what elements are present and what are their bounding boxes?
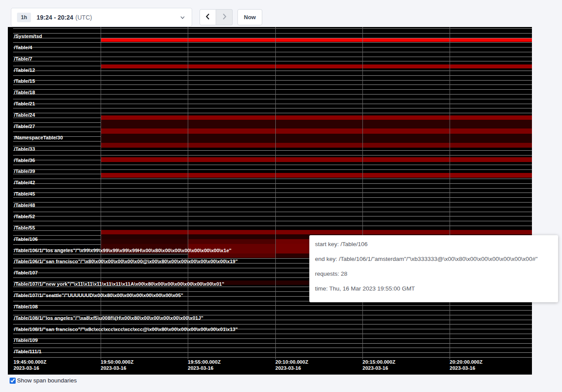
row-label: /Table/108/1/"los angeles"/"\xa8\xf5\u00…	[14, 315, 203, 321]
row-label: /Table/12	[14, 68, 35, 73]
span-boundary-line	[13, 150, 532, 151]
span-boundary-line	[13, 357, 532, 358]
x-axis-label: 19:55:00.000Z2023-03-16	[188, 359, 220, 371]
span-boundary-line	[13, 42, 532, 43]
row-label: /Table/48	[14, 203, 35, 208]
next-time-button[interactable]	[216, 9, 233, 25]
span-boundary-line	[13, 343, 532, 344]
span-boundary-line	[13, 80, 532, 81]
span-boundary-line	[13, 71, 532, 71]
footer: Show span boundaries	[10, 377, 77, 384]
heat-band	[101, 157, 532, 162]
span-boundary-line	[13, 47, 532, 47]
span-boundary-line	[13, 183, 532, 184]
span-boundary-line	[13, 338, 532, 339]
span-boundary-line	[13, 207, 532, 207]
row-label: /Table/107	[14, 270, 38, 276]
chevron-right-icon	[221, 13, 228, 22]
heat-band	[101, 115, 532, 120]
x-axis-label: 20:20:00.000Z2023-03-16	[450, 359, 482, 371]
row-label: /Table/21	[14, 101, 35, 107]
row-label: /Table/7	[14, 56, 32, 62]
grid-line	[101, 27, 101, 359]
span-boundary-line	[13, 221, 532, 221]
grid-line	[188, 27, 188, 359]
key-visualizer-canvas[interactable]: 19:45:00.000Z2023-03-1619:50:00.000Z2023…	[8, 27, 532, 375]
heat-band	[188, 253, 275, 258]
heat-band	[101, 134, 532, 143]
span-boundary-line	[13, 212, 532, 212]
heat-band	[101, 143, 532, 148]
span-boundary-line	[13, 197, 532, 198]
row-label: /Table/24	[14, 112, 35, 118]
row-label: /System/tsd	[14, 34, 42, 39]
span-boundary-line	[13, 52, 532, 52]
span-tooltip: start key: /Table/106 end key: /Table/10…	[309, 235, 558, 302]
span-boundary-line	[13, 352, 532, 353]
heat-band	[101, 173, 532, 178]
x-axis-label: 20:15:00.000Z2023-03-16	[362, 359, 395, 371]
row-label: /Table/33	[14, 146, 35, 152]
row-label: /Table/27	[14, 124, 35, 129]
heat-band	[101, 38, 532, 42]
span-boundary-line	[13, 89, 532, 90]
span-boundary-line	[13, 75, 532, 76]
heat-band	[101, 239, 188, 244]
grid-line	[450, 27, 450, 359]
span-boundary-line	[13, 84, 532, 85]
row-label: /Table/42	[14, 180, 35, 186]
chevron-left-icon	[204, 13, 211, 22]
span-boundary-line	[13, 94, 532, 95]
row-label: /Table/106/1/"los angeles"/"\x99\x99\x99…	[14, 248, 231, 253]
heat-band	[101, 230, 532, 234]
span-boundary-line	[13, 169, 532, 170]
row-label: /Table/4	[14, 45, 32, 51]
tooltip-time: time: Thu, 16 Mar 2023 19:55:00 GMT	[315, 285, 552, 292]
row-label: /Table/39	[14, 169, 35, 174]
span-boundary-line	[13, 57, 532, 57]
span-boundary-line	[13, 193, 532, 193]
span-boundary-line	[13, 61, 532, 61]
prev-time-button[interactable]	[200, 9, 216, 25]
span-boundary-line	[13, 104, 532, 104]
span-boundary-line	[13, 33, 532, 34]
row-label: /Table/107/1/"seattle"/"UUUUUUD\x00\x80\…	[14, 293, 183, 298]
row-label: /Table/15	[14, 78, 35, 84]
x-axis-label: 20:10:00.000Z2023-03-16	[275, 359, 308, 371]
span-boundary-line	[13, 108, 532, 108]
row-label: /Table/108/1/"san francisco"/"\x8c\xcc\x…	[14, 327, 238, 332]
time-range-label: 19:24 - 20:24	[37, 14, 73, 21]
grid-line	[275, 27, 276, 359]
span-boundary-line	[13, 188, 532, 189]
heat-band	[188, 239, 275, 244]
grid-line	[362, 27, 363, 359]
now-button[interactable]: Now	[237, 9, 262, 25]
toolbar: 1h 19:24 - 20:24 (UTC) Now	[0, 0, 562, 27]
span-boundary-line	[13, 226, 532, 226]
row-label: /Table/108	[14, 304, 38, 310]
row-label: /Table/106/1/"san francisco"/"\x80\x00\x…	[14, 259, 238, 264]
row-label: /Table/52	[14, 214, 35, 220]
span-boundary-line	[13, 179, 532, 179]
span-boundary-line	[13, 310, 532, 311]
time-range-selector[interactable]: 1h 19:24 - 20:24 (UTC)	[11, 8, 192, 27]
span-boundary-line	[13, 165, 532, 165]
tooltip-start-key: start key: /Table/106	[315, 241, 552, 248]
heat-band	[101, 128, 532, 134]
key-visualizer-page: 1h 19:24 - 20:24 (UTC) Now 19:45:00.000Z…	[0, 0, 562, 392]
chevron-down-icon	[179, 14, 186, 22]
timezone-label: (UTC)	[75, 14, 92, 21]
span-boundary-line	[13, 348, 532, 348]
span-boundary-line	[13, 334, 532, 334]
span-boundary-line	[13, 202, 532, 203]
span-boundary-line	[13, 305, 532, 306]
heat-band	[101, 120, 532, 128]
span-boundary-line	[13, 28, 532, 29]
row-label: /Table/109	[14, 338, 38, 343]
row-label: /Table/55	[14, 225, 35, 231]
row-label: /Table/106	[14, 237, 38, 242]
row-label: /Table/36	[14, 158, 35, 163]
row-label: /Table/45	[14, 191, 35, 197]
x-axis-label: 19:50:00.000Z2023-03-16	[101, 359, 133, 371]
show-span-boundaries-checkbox[interactable]	[10, 378, 16, 384]
